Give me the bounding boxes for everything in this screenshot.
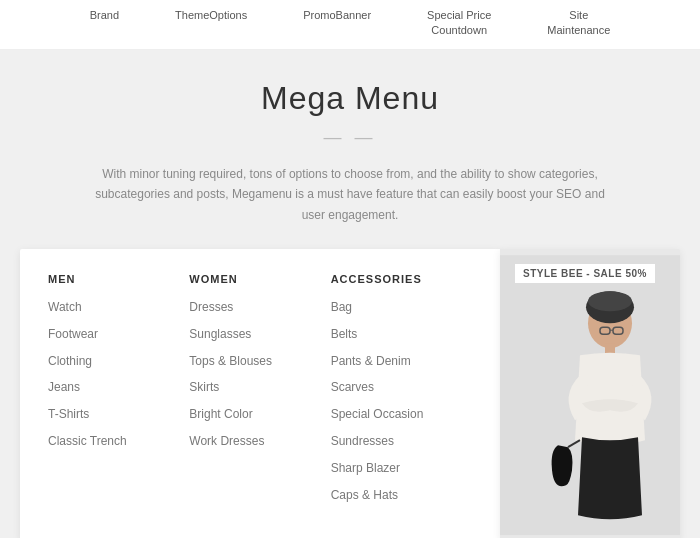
accessories-header: ACCESSORIES [331,273,456,285]
nav-brand[interactable]: Brand [62,8,147,23]
top-nav: Brand ThemeOptions PromoBanner Special P… [0,0,700,50]
image-panel: STYLE BEE - SALE 50% [500,249,680,538]
main-content: Mega Menu — — With minor tuning required… [0,50,700,538]
list-item[interactable]: Special Occasion [331,406,456,423]
list-item[interactable]: Tops & Blouses [189,353,314,370]
list-item[interactable]: Sunglasses [189,326,314,343]
list-item[interactable]: Sharp Blazer [331,460,456,477]
section-description: With minor tuning required, tons of opti… [90,164,610,225]
list-item[interactable]: Sundresses [331,433,456,450]
fashion-figure-svg [500,249,680,538]
menu-panel: MEN Watch Footwear Clothing Jeans T-Shir… [20,249,500,538]
list-item[interactable]: Dresses [189,299,314,316]
menu-col-men: MEN Watch Footwear Clothing Jeans T-Shir… [48,273,189,513]
list-item[interactable]: Skirts [189,379,314,396]
mega-menu-demo: MEN Watch Footwear Clothing Jeans T-Shir… [20,249,680,538]
list-item[interactable]: Work Dresses [189,433,314,450]
list-item[interactable]: T-Shirts [48,406,173,423]
menu-columns: MEN Watch Footwear Clothing Jeans T-Shir… [48,273,472,513]
list-item[interactable]: Bright Color [189,406,314,423]
section-title: Mega Menu [20,80,680,117]
list-item[interactable]: Watch [48,299,173,316]
list-item[interactable]: Belts [331,326,456,343]
list-item[interactable]: Classic Trench [48,433,173,450]
list-item[interactable]: Bag [331,299,456,316]
men-header: MEN [48,273,173,285]
list-item[interactable]: Jeans [48,379,173,396]
nav-themeoptions[interactable]: ThemeOptions [147,8,275,23]
list-item[interactable]: Caps & Hats [331,487,456,504]
svg-point-3 [588,291,632,311]
title-divider: — — [20,127,680,148]
nav-promobanner[interactable]: PromoBanner [275,8,399,23]
nav-countdown[interactable]: Special Price Countdown [399,8,519,39]
menu-col-women: WOMEN Dresses Sunglasses Tops & Blouses … [189,273,330,513]
nav-maintenance[interactable]: Site Maintenance [519,8,638,39]
list-item[interactable]: Footwear [48,326,173,343]
list-item[interactable]: Pants & Denim [331,353,456,370]
list-item[interactable]: Scarves [331,379,456,396]
women-header: WOMEN [189,273,314,285]
sale-badge: STYLE BEE - SALE 50% [514,263,656,284]
list-item[interactable]: Clothing [48,353,173,370]
menu-col-accessories: ACCESSORIES Bag Belts Pants & Denim Scar… [331,273,472,513]
